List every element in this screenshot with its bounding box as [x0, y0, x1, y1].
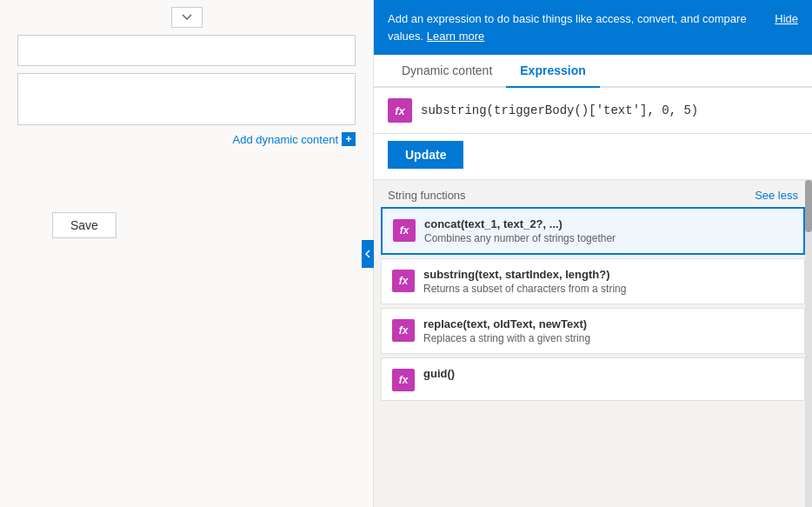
function-item-substring[interactable]: fxsubstring(text, startIndex, length?)Re… [381, 258, 805, 304]
section-title: String functions [388, 189, 466, 202]
tab-dynamic-content[interactable]: Dynamic content [388, 55, 506, 88]
function-name-concat: concat(text_1, text_2?, ...) [424, 217, 793, 230]
tabs-row: Dynamic content Expression [374, 55, 812, 88]
scrollbar-thumb[interactable] [805, 180, 812, 232]
function-item-concat[interactable]: fxconcat(text_1, text_2?, ...)Combines a… [381, 207, 805, 255]
update-button[interactable]: Update [388, 141, 463, 169]
collapse-button[interactable] [171, 7, 203, 28]
function-item-guid[interactable]: fxguid() [381, 357, 805, 401]
input-field-1[interactable] [17, 35, 356, 66]
function-desc-replace: Replaces a string with a given string [423, 332, 794, 344]
section-header: String functions See less [374, 180, 812, 207]
fx-badge-replace: fx [392, 319, 415, 342]
hide-link[interactable]: Hide [775, 10, 798, 28]
add-dynamic-label: Add dynamic content [233, 133, 338, 146]
input-field-2[interactable] [17, 73, 356, 125]
functions-list: fxconcat(text_1, text_2?, ...)Combines a… [374, 207, 812, 401]
fx-badge-concat: fx [393, 219, 416, 242]
scrollbar-track [805, 180, 812, 507]
function-name-guid: guid() [423, 367, 794, 380]
function-desc-concat: Combines any number of strings together [424, 232, 793, 244]
function-desc-substring: Returns a subset of characters from a st… [423, 283, 794, 295]
functions-panel: String functions See less fxconcat(text_… [374, 180, 812, 507]
expression-area: fx substring(triggerBody()['text'], 0, 5… [374, 88, 812, 134]
add-dynamic-content-link[interactable]: Add dynamic content + [233, 132, 356, 146]
fx-badge-substring: fx [392, 270, 415, 292]
learn-more-link[interactable]: Learn more [427, 30, 484, 43]
fx-badge-guid: fx [392, 369, 415, 391]
function-info-guid: guid() [423, 367, 794, 380]
function-info-replace: replace(text, oldText, newText)Replaces … [423, 317, 794, 344]
function-name-substring: substring(text, startIndex, length?) [423, 268, 794, 281]
left-panel: Add dynamic content + Save [0, 0, 374, 507]
function-name-replace: replace(text, oldText, newText) [423, 317, 794, 330]
panel-toggle-arrow[interactable] [362, 240, 374, 268]
right-panel: Add an expression to do basic things lik… [374, 0, 812, 507]
function-info-concat: concat(text_1, text_2?, ...)Combines any… [424, 217, 793, 244]
expression-input[interactable]: substring(triggerBody()['text'], 0, 5) [421, 103, 798, 117]
plus-icon: + [342, 132, 356, 146]
save-button[interactable]: Save [52, 212, 116, 238]
see-less-link[interactable]: See less [755, 189, 798, 202]
update-area: Update [374, 134, 812, 180]
tab-expression[interactable]: Expression [506, 55, 599, 88]
info-bar-text: Add an expression to do basic things lik… [388, 10, 764, 44]
info-bar: Add an expression to do basic things lik… [374, 0, 812, 55]
function-item-replace[interactable]: fxreplace(text, oldText, newText)Replace… [381, 308, 805, 354]
function-info-substring: substring(text, startIndex, length?)Retu… [423, 268, 794, 295]
fx-icon: fx [388, 98, 412, 123]
